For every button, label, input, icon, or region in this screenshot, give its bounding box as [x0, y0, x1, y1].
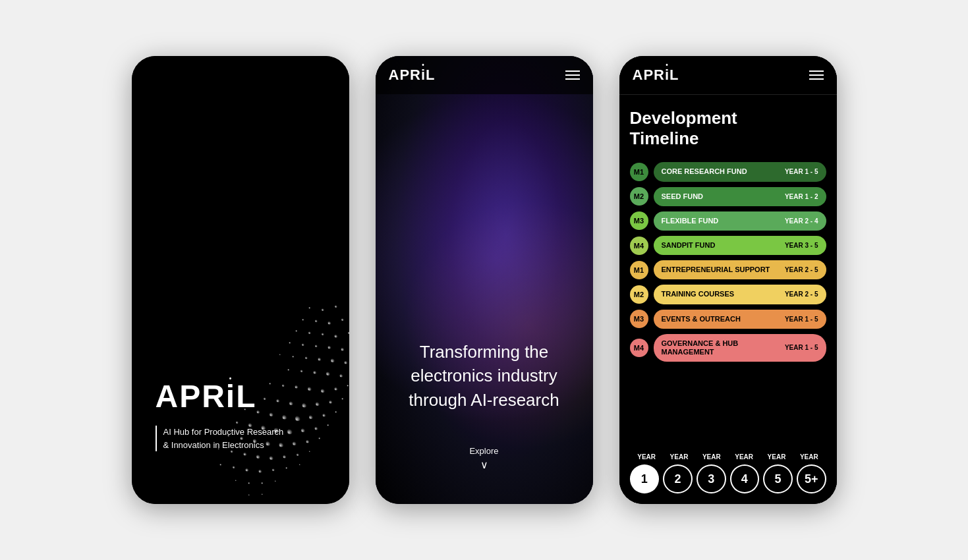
svg-point-7 [348, 331, 349, 334]
menu-icon[interactable] [565, 70, 580, 80]
svg-point-17 [289, 342, 291, 344]
year-circle[interactable]: 1 [630, 464, 660, 493]
timeline-pill[interactable]: SANDPIT FUNDYEAR 3 - 5 [654, 236, 826, 255]
svg-point-39 [329, 401, 332, 404]
screen3-header: APRiL [619, 56, 837, 95]
svg-point-78 [285, 467, 287, 469]
timeline-row: M1ENTREPRENEURIAL SUPPORTYEAR 2 - 5 [630, 260, 826, 279]
chevron-down-icon[interactable]: ∨ [376, 459, 593, 471]
svg-point-71 [283, 455, 286, 459]
svg-point-83 [219, 464, 221, 466]
pill-label: SANDPIT FUND [662, 241, 716, 250]
year-circle[interactable]: 3 [697, 464, 726, 493]
svg-point-88 [262, 493, 263, 495]
svg-point-20 [331, 358, 335, 362]
timeline-row: M3FLEXIBLE FUNDYEAR 2 - 4 [630, 211, 826, 231]
svg-point-15 [315, 345, 318, 347]
svg-point-1 [322, 308, 324, 311]
timeline-rows: M1CORE RESEARCH FUNDYEAR 1 - 5M2SEED FUN… [630, 162, 826, 362]
svg-point-27 [326, 372, 330, 376]
pill-label: SEED FUND [662, 192, 704, 201]
screen1-content: APRiL AI Hub for Productive Research & I… [132, 56, 349, 504]
timeline-pill[interactable]: GOVERNANCE & HUB MANAGEMENTYEAR 1 - 5 [654, 334, 826, 362]
hero-heading: Transforming the electronics industry th… [395, 340, 573, 412]
timeline-pill[interactable]: TRAINING COURSESYEAR 2 - 5 [654, 285, 826, 304]
svg-point-31 [347, 385, 349, 387]
explore-label[interactable]: Explore [376, 446, 593, 456]
milestone-badge: M4 [630, 237, 648, 255]
timeline-row: M3EVENTS & OUTREACHYEAR 1 - 5 [630, 310, 826, 329]
timeline-pill[interactable]: CORE RESEARCH FUNDYEAR 1 - 5 [654, 162, 826, 181]
pill-label: ENTREPRENEURIAL SUPPORT [662, 266, 770, 274]
svg-point-81 [245, 468, 248, 472]
hamburger-line1 [565, 70, 580, 72]
svg-point-82 [233, 466, 235, 468]
year-label-text: YEAR [729, 453, 758, 461]
timeline-row: M4GOVERNANCE & HUB MANAGEMENTYEAR 1 - 5 [630, 334, 826, 362]
svg-point-85 [261, 482, 263, 484]
timeline-pill[interactable]: EVENTS & OUTREACHYEAR 1 - 5 [654, 310, 826, 329]
hero-overlay [376, 56, 593, 504]
timeline-title-line1: Development [630, 108, 737, 128]
svg-point-53 [327, 424, 329, 426]
year-circle[interactable]: 5+ [797, 464, 826, 493]
year-circle[interactable]: 4 [730, 464, 760, 493]
pill-label: GOVERNANCE & HUB MANAGEMENT [662, 339, 780, 356]
pill-years: YEAR 2 - 5 [785, 291, 818, 298]
year-label-text: YEAR [697, 453, 726, 461]
svg-point-89 [248, 494, 250, 495]
timeline-row: M2TRAINING COURSESYEAR 2 - 5 [630, 285, 826, 304]
year-label-text: YEAR [633, 453, 661, 461]
s3-hamburger-line2 [809, 74, 824, 76]
svg-point-4 [327, 322, 331, 325]
screen3-body: Development Timeline M1CORE RESEARCH FUN… [619, 95, 837, 447]
timeline-title: Development Timeline [630, 108, 826, 149]
svg-point-11 [295, 330, 297, 332]
svg-point-32 [334, 387, 337, 391]
screen3-logo: APRiL [633, 67, 679, 84]
logo-i: i [226, 381, 236, 412]
svg-point-14 [327, 346, 331, 349]
pill-label: CORE RESEARCH FUND [662, 167, 747, 176]
screen3-menu-icon[interactable] [809, 70, 824, 80]
s3-hamburger-line3 [809, 78, 824, 80]
year-circle[interactable]: 5 [763, 464, 793, 493]
logo-l: L [236, 379, 256, 414]
svg-point-16 [302, 343, 304, 346]
svg-point-74 [243, 453, 246, 456]
logo-letters: APR [156, 379, 226, 414]
screen2-logo: APRiL [389, 67, 436, 84]
svg-point-9 [322, 333, 324, 335]
phone-timeline: APRiL Development Timeline M1CORE RESEAR… [619, 56, 837, 504]
pill-years: YEAR 1 - 5 [785, 168, 818, 175]
svg-point-22 [305, 356, 308, 359]
pill-label: TRAINING COURSES [662, 290, 735, 298]
timeline-pill[interactable]: ENTREPRENEURIAL SUPPORTYEAR 2 - 5 [654, 260, 826, 279]
pill-years: YEAR 2 - 5 [785, 266, 818, 273]
milestone-badge: M3 [630, 211, 648, 230]
svg-point-3 [341, 318, 344, 321]
timeline-row: M4SANDPIT FUNDYEAR 3 - 5 [630, 236, 826, 255]
splash-logo: APRiL [156, 381, 326, 412]
screens-container: APRiL AI Hub for Productive Research & I… [105, 30, 863, 530]
svg-point-26 [339, 374, 343, 378]
year-circle[interactable]: 2 [663, 464, 693, 493]
timeline-row: M1CORE RESEARCH FUNDYEAR 1 - 5 [630, 162, 826, 181]
hamburger-line2 [565, 74, 580, 76]
pill-years: YEAR 1 - 5 [785, 316, 818, 323]
screen1-logo-area: APRiL AI Hub for Productive Research & I… [156, 381, 326, 451]
year-labels-row: YEARYEARYEARYEARYEARYEAR [630, 453, 826, 461]
year-label-text: YEAR [762, 453, 791, 461]
svg-point-77 [299, 464, 300, 465]
year-label-text: YEAR [665, 453, 693, 461]
timeline-title-line2: Timeline [630, 128, 699, 148]
milestone-badge: M1 [630, 163, 648, 181]
svg-point-86 [248, 482, 250, 484]
timeline-pill[interactable]: FLEXIBLE FUNDYEAR 2 - 4 [654, 211, 826, 231]
svg-point-24 [279, 354, 281, 355]
phone-hero: APRiL Transforming the electronics indus… [376, 56, 593, 504]
svg-point-5 [315, 320, 318, 322]
screen3-content: APRiL Development Timeline M1CORE RESEAR… [619, 56, 837, 504]
timeline-pill[interactable]: SEED FUNDYEAR 1 - 2 [654, 187, 826, 206]
explore-block[interactable]: Explore ∨ [376, 446, 593, 471]
